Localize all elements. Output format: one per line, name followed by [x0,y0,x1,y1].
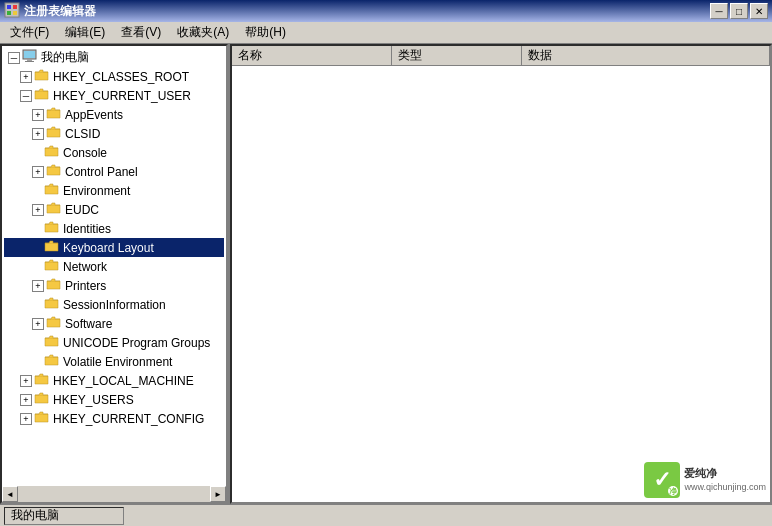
tree-node-keyboardlayout[interactable]: Keyboard Layout [4,238,224,257]
tree-label-network: Network [63,260,107,274]
watermark-logo: ✓ 净 [644,462,680,498]
watermark-line1: 爱纯净 [684,466,766,481]
expand-controlpanel[interactable]: + [32,166,44,178]
folder-icon-network [44,258,60,275]
tree-label-sessioninfo: SessionInformation [63,298,166,312]
tree-label-volatile: Volatile Environment [63,355,172,369]
right-pane: 名称 类型 数据 [230,44,772,504]
folder-icon-software [46,315,62,332]
tree-node-hku[interactable]: + HKEY_USERS [4,390,224,409]
svg-rect-4 [13,11,17,15]
tree-label-hklm: HKEY_LOCAL_MACHINE [53,374,194,388]
watermark: ✓ 净 爱纯净 www.qichunjing.com [644,462,766,498]
menu-help[interactable]: 帮助(H) [237,22,294,43]
computer-icon [22,49,38,66]
tree-node-environment[interactable]: Environment [4,181,224,200]
svg-rect-2 [13,5,17,9]
close-button[interactable]: ✕ [750,3,768,19]
tree-node-controlpanel[interactable]: + Control Panel [4,162,224,181]
tree-hscrollbar[interactable]: ◄ ► [0,486,228,504]
expand-appevents[interactable]: + [32,109,44,121]
title-bar: 注册表编辑器 ─ □ ✕ [0,0,772,22]
col-header-name: 名称 [232,46,392,65]
expand-software[interactable]: + [32,318,44,330]
tree-node-eudc[interactable]: + EUDC [4,200,224,219]
status-bar: 我的电脑 [0,504,772,526]
menu-view[interactable]: 查看(V) [113,22,169,43]
tree-label-keyboardlayout: Keyboard Layout [63,241,154,255]
tree-node-mypc[interactable]: ─ 我的电脑 [4,48,224,67]
watermark-line2: www.qichunjing.com [684,481,766,494]
folder-icon-printers [46,277,62,294]
svg-rect-3 [7,11,11,15]
tree-node-software[interactable]: + Software [4,314,224,333]
tree-node-hkcu[interactable]: ─ HKEY_CURRENT_USER [4,86,224,105]
menu-file[interactable]: 文件(F) [2,22,57,43]
tree-node-hklm[interactable]: + HKEY_LOCAL_MACHINE [4,371,224,390]
expand-hkcu[interactable]: ─ [20,90,32,102]
folder-icon-environment [44,182,60,199]
folder-icon-hkcu [34,87,50,104]
tree-label-mypc: 我的电脑 [41,49,89,66]
svg-rect-7 [27,59,32,61]
menu-bar: 文件(F) 编辑(E) 查看(V) 收藏夹(A) 帮助(H) [0,22,772,44]
registry-values-content [232,66,770,74]
menu-favorites[interactable]: 收藏夹(A) [169,22,237,43]
expand-hklm[interactable]: + [20,375,32,387]
tree-label-printers: Printers [65,279,106,293]
tree-label-appevents: AppEvents [65,108,123,122]
status-text: 我的电脑 [4,507,124,525]
menu-edit[interactable]: 编辑(E) [57,22,113,43]
watermark-text: 爱纯净 www.qichunjing.com [684,466,766,494]
tree-node-unicode[interactable]: UNICODE Program Groups [4,333,224,352]
expand-hkcr[interactable]: + [20,71,32,83]
tree-node-identities[interactable]: Identities [4,219,224,238]
col-header-data: 数据 [522,46,770,65]
tree-node-network[interactable]: Network [4,257,224,276]
tree-label-clsid: CLSID [65,127,100,141]
scroll-left-button[interactable]: ◄ [2,486,18,502]
expand-eudc[interactable]: + [32,204,44,216]
tree-label-controlpanel: Control Panel [65,165,138,179]
folder-icon-volatile [44,353,60,370]
scroll-right-button[interactable]: ► [210,486,226,502]
tree-node-appevents[interactable]: + AppEvents [4,105,224,124]
expand-printers[interactable]: + [32,280,44,292]
expand-mypc[interactable]: ─ [8,52,20,64]
main-container: ─ 我的电脑 + [0,44,772,504]
folder-icon-hkcc [34,410,50,427]
folder-icon-hkcr [34,68,50,85]
tree-node-hkcr[interactable]: + HKEY_CLASSES_ROOT [4,67,224,86]
svg-rect-6 [24,51,35,58]
tree-label-software: Software [65,317,112,331]
minimize-button[interactable]: ─ [710,3,728,19]
title-icon [4,2,20,21]
tree-node-volatile[interactable]: Volatile Environment [4,352,224,371]
expand-clsid[interactable]: + [32,128,44,140]
tree-pane[interactable]: ─ 我的电脑 + [0,44,228,486]
svg-rect-8 [25,61,34,62]
tree-node-sessioninfo[interactable]: SessionInformation [4,295,224,314]
expand-hkcc[interactable]: + [20,413,32,425]
tree-label-console: Console [63,146,107,160]
svg-rect-1 [7,5,11,9]
folder-icon-keyboardlayout [44,239,60,256]
tree-label-hkcu: HKEY_CURRENT_USER [53,89,191,103]
tree-node-console[interactable]: Console [4,143,224,162]
tree-label-hkcr: HKEY_CLASSES_ROOT [53,70,189,84]
window-title: 注册表编辑器 [24,3,96,20]
folder-icon-clsid [46,125,62,142]
tree-label-identities: Identities [63,222,111,236]
registry-values-pane: 名称 类型 数据 [230,44,772,504]
folder-icon-controlpanel [46,163,62,180]
folder-icon-console [44,144,60,161]
maximize-button[interactable]: □ [730,3,748,19]
tree-node-hkcc[interactable]: + HKEY_CURRENT_CONFIG [4,409,224,428]
tree-label-eudc: EUDC [65,203,99,217]
table-header: 名称 类型 数据 [232,46,770,66]
col-header-type: 类型 [392,46,522,65]
folder-icon-appevents [46,106,62,123]
expand-hku[interactable]: + [20,394,32,406]
tree-node-printers[interactable]: + Printers [4,276,224,295]
tree-node-clsid[interactable]: + CLSID [4,124,224,143]
